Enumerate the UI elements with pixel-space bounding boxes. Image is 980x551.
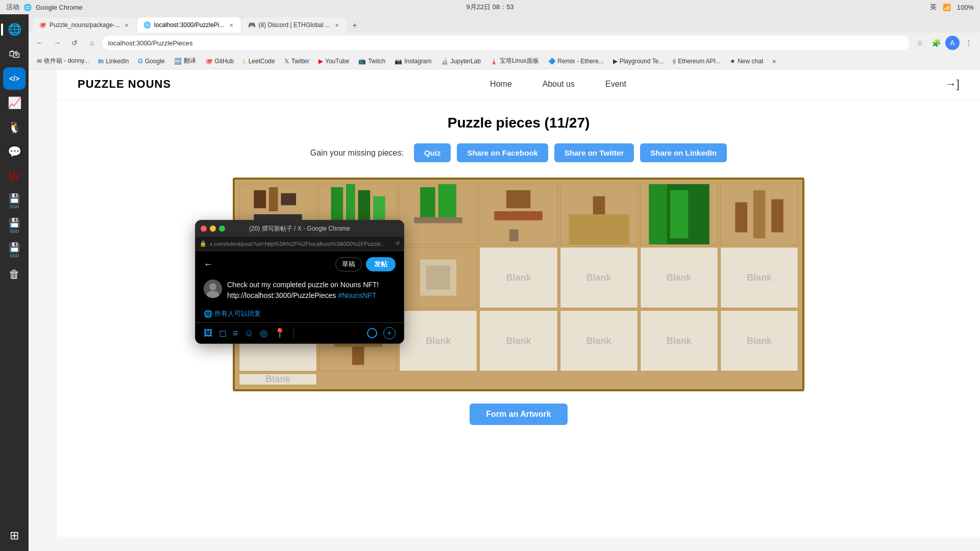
app-icon-grid[interactable]: ⊞ bbox=[3, 524, 26, 547]
svg-rect-32 bbox=[691, 184, 709, 244]
bookmark-github[interactable]: 🐙 GitHub bbox=[201, 55, 238, 67]
address-bar: ← → ↺ ⌂ localhost:3000/PuzzlePieces ☆ 🧩 … bbox=[29, 33, 980, 53]
app-icon-ssd2[interactable]: 💾 SSD bbox=[3, 214, 26, 237]
nav-home[interactable]: Home bbox=[490, 80, 512, 89]
post-button[interactable]: 发帖 bbox=[366, 257, 396, 271]
svg-rect-30 bbox=[649, 184, 667, 244]
profile-icon[interactable]: A bbox=[945, 36, 960, 50]
bookmark-instagram[interactable]: 📷 Instagram bbox=[390, 55, 435, 67]
bookmark-github-label: GitHub bbox=[215, 58, 234, 65]
nav-about[interactable]: About us bbox=[543, 80, 575, 89]
os-bar-right: 英 📶 100% bbox=[930, 3, 974, 12]
puzzle-piece-13-blank: Blank bbox=[640, 247, 718, 308]
form-artwork-button[interactable]: Form an Artwork bbox=[470, 404, 567, 425]
bookmark-mail[interactable]: ✉ 收件箱 - donny... bbox=[33, 55, 93, 67]
reply-label: 所有人可以回复 bbox=[214, 309, 261, 318]
tweet-back-button[interactable]: ← bbox=[204, 259, 213, 270]
emoji-toolbar-icon[interactable]: ☺ bbox=[244, 328, 254, 339]
bookmark-twitter-label: Twitter bbox=[291, 58, 309, 65]
add-tweet-button[interactable]: + bbox=[383, 327, 396, 339]
page-title: Puzzle pieces (11/27) bbox=[88, 115, 949, 131]
app-icon-ssd1[interactable]: 💾 SSD bbox=[3, 190, 26, 212]
login-button[interactable]: →] bbox=[945, 78, 960, 91]
media-toolbar-icon[interactable]: ◎ bbox=[260, 328, 268, 339]
blank-label-13: Blank bbox=[667, 272, 692, 283]
app-icon-tradingview[interactable]: 📈 bbox=[3, 92, 26, 114]
quiz-button[interactable]: Quiz bbox=[414, 143, 451, 162]
forward-button[interactable]: → bbox=[50, 36, 64, 50]
main-content: PUZZLE NOUNS Home About us Event →] Puzz… bbox=[57, 69, 980, 537]
popup-maximize-button[interactable] bbox=[219, 226, 225, 232]
tab-3[interactable]: 🎮 (8) Discord | ETHGlobal ... ✕ bbox=[242, 17, 347, 33]
popup-url-text: x.com/intent/post?url=http%3A%2F%2Flocal… bbox=[210, 241, 392, 247]
bookmark-icon[interactable]: ☆ bbox=[913, 36, 927, 50]
app-icon-wps[interactable]: W bbox=[3, 165, 26, 188]
bookmark-leetcode[interactable]: L LeetCode bbox=[239, 55, 279, 67]
nav-event[interactable]: Event bbox=[605, 80, 626, 89]
extensions-icon[interactable]: 🧩 bbox=[929, 36, 943, 50]
location-toolbar-icon[interactable]: 📍 bbox=[274, 328, 285, 339]
tab-1-favicon: 🐙 bbox=[39, 21, 46, 29]
list-toolbar-icon[interactable]: ≡ bbox=[233, 328, 238, 339]
svg-rect-9 bbox=[331, 187, 344, 223]
home-button[interactable]: ⌂ bbox=[85, 36, 99, 50]
bookmark-newchat[interactable]: ★ New chat bbox=[726, 55, 767, 67]
gif-toolbar-icon[interactable]: ◻ bbox=[219, 328, 227, 339]
svg-rect-22 bbox=[495, 211, 543, 220]
tab-2-close[interactable]: ✕ bbox=[228, 21, 235, 29]
bookmark-youtube-label: YouTube bbox=[325, 58, 349, 65]
bookmark-more[interactable]: » bbox=[768, 55, 780, 67]
app-icon-chrome[interactable]: 🌐 bbox=[3, 18, 26, 41]
popup-window-controls bbox=[201, 226, 225, 232]
app-icon-trash[interactable]: 🗑 bbox=[3, 263, 26, 286]
url-bar[interactable]: localhost:3000/PuzzlePieces bbox=[102, 36, 910, 50]
bookmark-translate[interactable]: 🔤 翻译 bbox=[170, 55, 200, 67]
draft-button[interactable]: 草稿 bbox=[335, 257, 362, 271]
bookmark-jupyter[interactable]: 🔬 JupyterLab bbox=[437, 55, 485, 67]
blank-label-12: Blank bbox=[586, 272, 611, 283]
bookmark-twitch[interactable]: 📺 Twitch bbox=[354, 55, 389, 67]
twitter-share-button[interactable]: Share on Twitter bbox=[554, 143, 634, 162]
app-icon-vscode[interactable]: </> bbox=[3, 67, 26, 90]
tweet-reply-info[interactable]: 🌐 所有人可以回复 bbox=[195, 305, 404, 322]
tab-1-close[interactable]: ✕ bbox=[123, 21, 130, 29]
facebook-share-button[interactable]: Share on Facebook bbox=[457, 143, 548, 162]
google-icon: G bbox=[138, 58, 143, 65]
blank-label-11: Blank bbox=[506, 272, 531, 283]
blank-label-14: Blank bbox=[747, 272, 772, 283]
bookmark-remix[interactable]: 🔷 Remix - Ethere... bbox=[544, 55, 608, 67]
puzzle-piece-21-blank: Blank bbox=[720, 310, 798, 371]
app-icon-ssd3[interactable]: 💾 SSD bbox=[3, 239, 26, 261]
bookmark-playground-label: Playground Te... bbox=[620, 58, 664, 65]
app-icon-qq[interactable]: 🐧 bbox=[3, 116, 26, 139]
image-toolbar-icon[interactable]: 🖼 bbox=[204, 328, 213, 339]
tab-2[interactable]: 🌐 localhost:3000/PuzzlePi... ✕ bbox=[137, 17, 240, 33]
linkedin-share-button[interactable]: Share on LinkedIn bbox=[640, 143, 727, 162]
menu-icon[interactable]: ⋮ bbox=[962, 36, 976, 50]
bookmark-twitter[interactable]: 𝕏 Twitter bbox=[280, 55, 313, 67]
bookmark-ethereum[interactable]: ⟠ Ethereum API... bbox=[669, 55, 725, 67]
svg-rect-19 bbox=[408, 223, 469, 244]
bookmark-linkedin[interactable]: in LinkedIn bbox=[94, 55, 133, 67]
popup-close-button[interactable] bbox=[201, 226, 207, 232]
tab-2-favicon: 🌐 bbox=[143, 21, 151, 29]
bookmark-twitch-label: Twitch bbox=[368, 58, 385, 65]
tab-3-close[interactable]: ✕ bbox=[333, 21, 340, 29]
bookmark-youtube[interactable]: ▶ YouTube bbox=[314, 55, 353, 67]
new-tab-button[interactable]: + bbox=[348, 18, 362, 33]
bookmark-baota[interactable]: 🗼 宝塔Linux面板 bbox=[486, 55, 543, 67]
app-icon-wechat[interactable]: 💬 bbox=[3, 141, 26, 163]
bookmark-playground[interactable]: ▶ Playground Te... bbox=[609, 55, 668, 67]
puzzle-piece-20-blank: Blank bbox=[640, 310, 718, 371]
popup-minimize-button[interactable] bbox=[210, 226, 216, 232]
bookmark-google[interactable]: G Google bbox=[134, 55, 169, 67]
svg-rect-36 bbox=[771, 199, 783, 233]
popup-reload-icon[interactable]: ↺ bbox=[395, 240, 400, 247]
bookmarks-bar: ✉ 收件箱 - donny... in LinkedIn G Google 🔤 … bbox=[29, 53, 980, 69]
app-icon-store[interactable]: 🛍 bbox=[3, 43, 26, 65]
playground-icon: ▶ bbox=[613, 58, 618, 65]
tab-3-label: (8) Discord | ETHGlobal ... bbox=[259, 21, 330, 29]
back-button[interactable]: ← bbox=[33, 36, 47, 50]
refresh-button[interactable]: ↺ bbox=[67, 36, 82, 50]
tab-1[interactable]: 🐙 Puzzle_nouns/package-... ✕ bbox=[33, 17, 136, 33]
